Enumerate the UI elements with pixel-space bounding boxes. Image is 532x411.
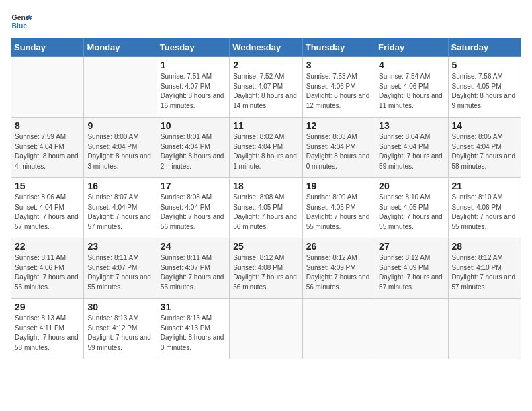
day-info: Sunrise: 8:12 AMSunset: 4:08 PMDaylight:… [233, 253, 298, 292]
calendar-day-19: 19Sunrise: 8:09 AMSunset: 4:05 PMDayligh… [302, 178, 375, 238]
day-number: 17 [161, 181, 226, 191]
calendar-empty-cell [11, 57, 84, 118]
calendar-day-27: 27Sunrise: 8:12 AMSunset: 4:09 PMDayligh… [375, 238, 448, 299]
day-info: Sunrise: 8:10 AMSunset: 4:06 PMDaylight:… [452, 193, 517, 232]
calendar-empty-cell [230, 299, 302, 359]
day-info: Sunrise: 7:59 AMSunset: 4:04 PMDaylight:… [15, 132, 80, 171]
calendar-empty-cell [84, 57, 157, 118]
calendar-day-22: 22Sunrise: 8:11 AMSunset: 4:06 PMDayligh… [11, 238, 84, 299]
day-info: Sunrise: 8:07 AMSunset: 4:04 PMDaylight:… [87, 193, 152, 232]
calendar-empty-cell [375, 299, 448, 359]
day-number: 2 [233, 60, 298, 71]
day-info: Sunrise: 7:56 AMSunset: 4:05 PMDaylight:… [452, 72, 517, 111]
col-header-wednesday: Wednesday [230, 38, 302, 57]
col-header-sunday: Sunday [11, 38, 84, 57]
day-number: 15 [15, 181, 80, 191]
col-header-thursday: Thursday [302, 38, 375, 57]
calendar-day-24: 24Sunrise: 8:11 AMSunset: 4:07 PMDayligh… [157, 238, 229, 299]
calendar-day-9: 9Sunrise: 8:00 AMSunset: 4:04 PMDaylight… [84, 118, 157, 178]
day-number: 8 [15, 120, 80, 131]
calendar-day-1: 1Sunrise: 7:51 AMSunset: 4:07 PMDaylight… [157, 57, 229, 118]
calendar-day-30: 30Sunrise: 8:13 AMSunset: 4:12 PMDayligh… [84, 299, 157, 359]
day-info: Sunrise: 8:03 AMSunset: 4:04 PMDaylight:… [306, 132, 371, 171]
header: General Blue [11, 11, 521, 32]
day-number: 23 [87, 241, 152, 252]
calendar-week-row: 15Sunrise: 8:06 AMSunset: 4:04 PMDayligh… [11, 178, 521, 238]
day-info: Sunrise: 8:13 AMSunset: 4:12 PMDaylight:… [87, 314, 152, 353]
day-info: Sunrise: 7:52 AMSunset: 4:07 PMDaylight:… [233, 72, 298, 111]
calendar-day-5: 5Sunrise: 7:56 AMSunset: 4:05 PMDaylight… [448, 57, 521, 118]
day-info: Sunrise: 7:54 AMSunset: 4:06 PMDaylight:… [379, 72, 444, 111]
calendar-day-31: 31Sunrise: 8:13 AMSunset: 4:13 PMDayligh… [157, 299, 229, 359]
calendar-day-4: 4Sunrise: 7:54 AMSunset: 4:06 PMDaylight… [375, 57, 448, 118]
col-header-friday: Friday [375, 38, 448, 57]
col-header-monday: Monday [84, 38, 157, 57]
calendar-day-23: 23Sunrise: 8:11 AMSunset: 4:07 PMDayligh… [84, 238, 157, 299]
calendar-day-8: 8Sunrise: 7:59 AMSunset: 4:04 PMDaylight… [11, 118, 84, 178]
day-info: Sunrise: 8:09 AMSunset: 4:05 PMDaylight:… [306, 193, 371, 232]
day-info: Sunrise: 8:01 AMSunset: 4:04 PMDaylight:… [161, 132, 226, 171]
day-number: 31 [161, 302, 226, 312]
day-number: 12 [306, 120, 371, 131]
calendar-week-row: 22Sunrise: 8:11 AMSunset: 4:06 PMDayligh… [11, 238, 521, 299]
day-number: 4 [379, 60, 444, 71]
day-info: Sunrise: 8:12 AMSunset: 4:10 PMDaylight:… [452, 253, 517, 292]
calendar-day-11: 11Sunrise: 8:02 AMSunset: 4:04 PMDayligh… [230, 118, 302, 178]
day-info: Sunrise: 8:00 AMSunset: 4:04 PMDaylight:… [87, 132, 152, 171]
calendar-week-row: 8Sunrise: 7:59 AMSunset: 4:04 PMDaylight… [11, 118, 521, 178]
logo: General Blue [11, 11, 32, 32]
calendar-day-26: 26Sunrise: 8:12 AMSunset: 4:09 PMDayligh… [302, 238, 375, 299]
calendar-day-15: 15Sunrise: 8:06 AMSunset: 4:04 PMDayligh… [11, 178, 84, 238]
day-number: 5 [452, 60, 517, 71]
col-header-saturday: Saturday [448, 38, 521, 57]
day-number: 25 [233, 241, 298, 252]
calendar-day-12: 12Sunrise: 8:03 AMSunset: 4:04 PMDayligh… [302, 118, 375, 178]
calendar-day-29: 29Sunrise: 8:13 AMSunset: 4:11 PMDayligh… [11, 299, 84, 359]
day-number: 14 [452, 120, 517, 131]
calendar-week-row: 1Sunrise: 7:51 AMSunset: 4:07 PMDaylight… [11, 57, 521, 118]
day-info: Sunrise: 8:13 AMSunset: 4:13 PMDaylight:… [161, 314, 226, 353]
calendar-day-18: 18Sunrise: 8:08 AMSunset: 4:05 PMDayligh… [230, 178, 302, 238]
calendar-day-25: 25Sunrise: 8:12 AMSunset: 4:08 PMDayligh… [230, 238, 302, 299]
day-info: Sunrise: 8:11 AMSunset: 4:07 PMDaylight:… [87, 253, 152, 292]
day-info: Sunrise: 8:08 AMSunset: 4:04 PMDaylight:… [161, 193, 226, 232]
day-number: 18 [233, 181, 298, 191]
calendar-empty-cell [302, 299, 375, 359]
day-number: 29 [15, 302, 80, 312]
day-number: 9 [87, 120, 152, 131]
day-number: 11 [233, 120, 298, 131]
day-number: 22 [15, 241, 80, 252]
day-number: 3 [306, 60, 371, 71]
calendar-day-3: 3Sunrise: 7:53 AMSunset: 4:06 PMDaylight… [302, 57, 375, 118]
day-info: Sunrise: 8:11 AMSunset: 4:06 PMDaylight:… [15, 253, 80, 292]
day-number: 21 [452, 181, 517, 191]
day-number: 26 [306, 241, 371, 252]
calendar-table: SundayMondayTuesdayWednesdayThursdayFrid… [11, 38, 521, 359]
day-number: 19 [306, 181, 371, 191]
calendar-day-17: 17Sunrise: 8:08 AMSunset: 4:04 PMDayligh… [157, 178, 229, 238]
calendar-week-row: 29Sunrise: 8:13 AMSunset: 4:11 PMDayligh… [11, 299, 521, 359]
calendar-day-21: 21Sunrise: 8:10 AMSunset: 4:06 PMDayligh… [448, 178, 521, 238]
calendar-day-28: 28Sunrise: 8:12 AMSunset: 4:10 PMDayligh… [448, 238, 521, 299]
day-info: Sunrise: 8:06 AMSunset: 4:04 PMDaylight:… [15, 193, 80, 232]
day-number: 13 [379, 120, 444, 131]
day-info: Sunrise: 8:12 AMSunset: 4:09 PMDaylight:… [306, 253, 371, 292]
day-info: Sunrise: 8:08 AMSunset: 4:05 PMDaylight:… [233, 193, 298, 232]
day-info: Sunrise: 7:53 AMSunset: 4:06 PMDaylight:… [306, 72, 371, 111]
day-info: Sunrise: 8:02 AMSunset: 4:04 PMDaylight:… [233, 132, 298, 171]
svg-text:Blue: Blue [12, 22, 28, 30]
day-info: Sunrise: 8:13 AMSunset: 4:11 PMDaylight:… [15, 314, 80, 353]
calendar-empty-cell [448, 299, 521, 359]
logo-icon: General Blue [11, 11, 32, 32]
day-info: Sunrise: 8:04 AMSunset: 4:04 PMDaylight:… [379, 132, 444, 171]
day-info: Sunrise: 7:51 AMSunset: 4:07 PMDaylight:… [161, 72, 226, 111]
day-number: 16 [87, 181, 152, 191]
day-number: 28 [452, 241, 517, 252]
day-number: 20 [379, 181, 444, 191]
calendar-day-10: 10Sunrise: 8:01 AMSunset: 4:04 PMDayligh… [157, 118, 229, 178]
day-info: Sunrise: 8:11 AMSunset: 4:07 PMDaylight:… [161, 253, 226, 292]
calendar-day-2: 2Sunrise: 7:52 AMSunset: 4:07 PMDaylight… [230, 57, 302, 118]
calendar-day-16: 16Sunrise: 8:07 AMSunset: 4:04 PMDayligh… [84, 178, 157, 238]
calendar-day-14: 14Sunrise: 8:05 AMSunset: 4:04 PMDayligh… [448, 118, 521, 178]
day-number: 10 [161, 120, 226, 131]
